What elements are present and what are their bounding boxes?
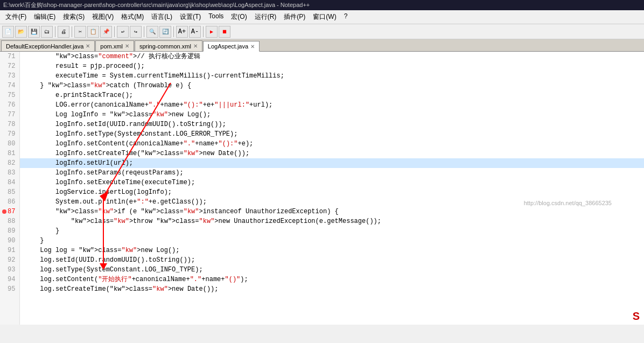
line-num-91: 91 [2,246,17,255]
tab-DefaultExceptionHandler-java[interactable]: DefaultExceptionHandler.java✕ [1,40,95,51]
line-num-83: 83 [2,168,17,178]
code-line-87: "kw">class="kw">if (e "kw">class="kw">in… [20,207,644,216]
code-line-81: logInfo.setCreateTime("kw">class="kw">ne… [20,149,644,158]
menu-item[interactable]: 视图(V) [89,11,117,23]
toolbar-sep-6 [203,26,204,37]
menu-item[interactable]: 语言(L) [148,11,176,23]
code-line-89: } [20,226,644,236]
toolbar-sep-3 [114,26,115,37]
toolbar: 📄 📂 💾 🗂 🖨 ✂ 📋 📌 ↩ ↪ 🔍 🔄 A+ A- ▶ ⏹ [0,24,644,39]
tab-spring-common-xml[interactable]: spring-common.xml✕ [135,40,202,51]
tab-bar: DefaultExceptionHandler.java✕pom.xml✕spr… [0,39,644,52]
code-line-85: logService.insertLog(logInfo); [20,187,644,197]
line-num-93: 93 [2,265,17,275]
tab-pom-xml[interactable]: pom.xml✕ [95,40,134,51]
breakpoint-dot [2,209,6,214]
menu-item[interactable]: 插件(P) [281,11,309,23]
menu-bar: 文件(F)编辑(E)搜索(S)视图(V)格式(M)语言(L)设置(T)Tools… [0,10,644,24]
line-num-88: 88 [2,216,17,226]
toolbar-open[interactable]: 📂 [15,26,27,38]
toolbar-run[interactable]: ▶ [206,26,218,38]
line-num-72: 72 [2,61,17,71]
toolbar-zoom-in[interactable]: A+ [176,26,188,38]
code-line-77: Log logInfo = "kw">class="kw">new Log(); [20,110,644,120]
toolbar-sep-5 [173,26,174,37]
menu-item[interactable]: ? [341,11,351,23]
toolbar-paste[interactable]: 📌 [100,26,112,38]
code-line-93: log.setType(SystemConstant.LOG_INFO_TYPE… [20,265,644,275]
menu-item[interactable]: 设置(T) [177,11,204,23]
line-num-89: 89 [2,226,17,236]
code-line-84: logInfo.setExecuteTime(executeTime); [20,178,644,187]
line-num-81: 81 [2,149,17,158]
line-num-76: 76 [2,100,17,110]
code-line-94: log.setContent("开始执行"+canonicalName+"."+… [20,275,644,284]
code-line-92: log.setId(UUID.randomUUID().toString()); [20,255,644,265]
watermark: http://blog.csdn.net/qq_38665235 [524,200,612,206]
toolbar-cut[interactable]: ✂ [74,26,86,38]
line-num-82: 82 [2,158,17,168]
watermark-text: http://blog.csdn.net/qq_38665235 [524,200,612,206]
title-bar: E:\work\百金购\shop-manager-parent\shop-con… [0,0,644,10]
line-num-84: 84 [2,178,17,187]
line-num-90: 90 [2,236,17,246]
code-line-74: } "kw">class="kw">catch (Throwable e) { [20,81,644,90]
toolbar-stop[interactable]: ⏹ [219,26,230,38]
code-line-79: logInfo.setType(SystemConstant.LOG_ERROR… [20,129,644,139]
toolbar-zoom-out[interactable]: A- [189,26,201,38]
menu-item[interactable]: 编辑(E) [31,11,59,23]
menu-item[interactable]: 搜索(S) [60,11,88,23]
line-num-71: 71 [2,52,17,61]
line-num-86: 86 [2,197,17,207]
menu-item[interactable]: 运行(R) [251,11,280,23]
code-line-83: logInfo.setParams(reqeustParams); [20,168,644,178]
toolbar-find[interactable]: 🔍 [146,26,158,38]
code-line-76: LOG.error(canonicalName+"."+name+"():"+e… [20,100,644,110]
code-line-71: "kw">class="comment">// 执行核心业务逻辑 [20,52,644,61]
line-num-75: 75 [2,90,17,100]
line-num-79: 79 [2,129,17,139]
toolbar-undo[interactable]: ↩ [117,26,129,38]
toolbar-replace[interactable]: 🔄 [159,26,171,38]
line-num-73: 73 [2,71,17,81]
code-line-73: executeTime = System.currentTimeMillis()… [20,71,644,81]
code-line-95: log.setCreateTime("kw">class="kw">new Da… [20,284,644,294]
line-num-92: 92 [2,255,17,265]
csdn-logo: S [633,310,640,323]
toolbar-save[interactable]: 💾 [28,26,40,38]
code-line-78: logInfo.setId(UUID.randomUUID().toString… [20,120,644,129]
menu-item[interactable]: 文件(F) [2,11,30,23]
menu-item[interactable]: 格式(M) [118,11,147,23]
line-num-77: 77 [2,110,17,120]
title-text: E:\work\百金购\shop-manager-parent\shop-con… [3,2,310,8]
line-num-95: 95 [2,284,17,294]
code-line-72: result = pjp.proceed(); [20,61,644,71]
line-num-94: 94 [2,275,17,284]
toolbar-new[interactable]: 📄 [2,26,14,38]
toolbar-save-all[interactable]: 🗂 [41,26,53,38]
code-line-91: Log log = "kw">class="kw">new Log(); [20,246,644,255]
toolbar-redo[interactable]: ↪ [130,26,142,38]
toolbar-copy[interactable]: 📋 [87,26,99,38]
line-num-74: 74 [2,81,17,90]
code-line-80: logInfo.setContent(canonicalName+"."+nam… [20,139,644,149]
menu-item[interactable]: Tools [205,11,227,23]
code-line-75: e.printStackTrace(); [20,90,644,100]
line-numbers: 7172737475767778798081828384858687888990… [0,52,20,325]
code-line-88: "kw">class="kw">throw "kw">class="kw">ne… [20,216,644,226]
line-num-80: 80 [2,139,17,149]
menu-item[interactable]: 宏(O) [228,11,250,23]
toolbar-sep-2 [72,26,72,37]
line-num-78: 78 [2,120,17,129]
code-area: 7172737475767778798081828384858687888990… [0,52,644,325]
tab-LogAspect-java[interactable]: LogAspect.java✕ [203,41,260,52]
toolbar-print[interactable]: 🖨 [58,26,69,38]
line-num-85: 85 [2,187,17,197]
toolbar-sep-4 [144,26,144,37]
menu-item[interactable]: 窗口(W) [310,11,339,23]
toolbar-sep-1 [55,26,55,37]
code-line-90: } [20,236,644,246]
code-lines[interactable]: "kw">class="comment">// 执行核心业务逻辑 result … [20,52,644,325]
code-line-82: logInfo.setUrl(url); [20,158,644,168]
line-num-87: 87 [2,207,17,216]
